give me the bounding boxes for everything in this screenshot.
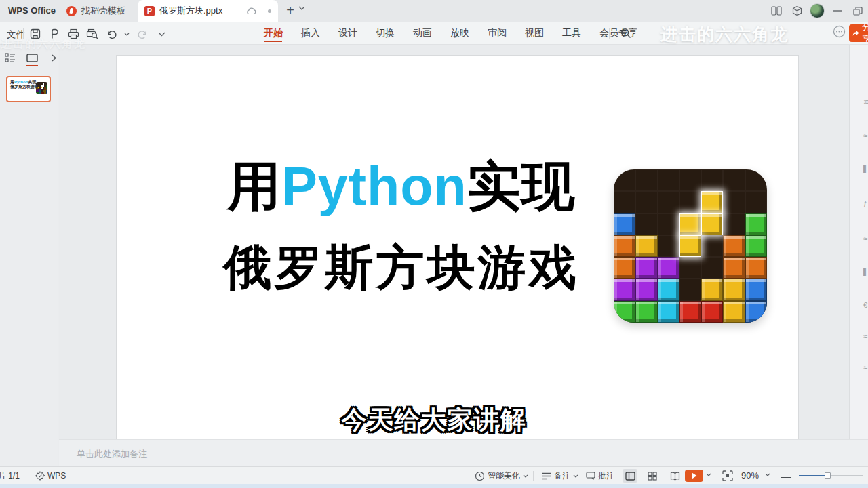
tetris-block (658, 301, 679, 323)
zoom-caret-icon[interactable] (765, 473, 770, 476)
save-button[interactable] (28, 27, 42, 41)
menu-item-review[interactable]: 审阅 (487, 23, 507, 43)
docer-icon (66, 6, 77, 16)
wps-badge-icon (35, 471, 45, 481)
tetris-block (723, 279, 745, 300)
print-button[interactable] (66, 27, 80, 41)
notes-placeholder[interactable]: 单击此处添加备注 (77, 448, 147, 460)
share-button[interactable]: 分享 (849, 24, 868, 42)
tetris-empty-cell (723, 214, 745, 235)
beautify-icon (475, 471, 485, 481)
redo-button-disabled (136, 27, 149, 41)
tab-document-active[interactable]: P 俄罗斯方块.pptx (138, 0, 278, 22)
slideshow-caret-icon[interactable] (706, 473, 711, 476)
search-icon[interactable] (618, 26, 633, 40)
share-label: 分享 (862, 24, 868, 42)
export-pdf-button[interactable] (47, 27, 61, 41)
right-sidebar-icon[interactable]: ≈ (863, 332, 868, 340)
tetris-app-icon[interactable] (614, 169, 767, 323)
right-sidebar-icon[interactable]: ƒ (863, 199, 868, 207)
tetris-block (614, 279, 635, 300)
zoom-slider[interactable] (799, 475, 863, 476)
tetris-block (745, 301, 767, 323)
wps-presentation-window: WPS Office 找稻壳模板 P 俄罗斯方块.pptx + (0, 0, 868, 488)
tetris-block (658, 257, 679, 279)
outline-view-icon[interactable] (4, 52, 16, 64)
zoom-out-button[interactable]: — (780, 469, 792, 483)
fit-to-screen-button[interactable] (721, 469, 734, 483)
tetris-empty-cell (679, 279, 701, 300)
right-sidebar-icon[interactable]: ▌ (863, 268, 868, 276)
title-line2: 俄罗斯方块游戏 (181, 236, 622, 300)
thumb-tetris-icon (36, 82, 47, 94)
view-sorter-button[interactable] (645, 469, 660, 483)
window-controls (766, 0, 868, 22)
menu-item-transition[interactable]: 切换 (375, 23, 395, 43)
tetris-empty-cell (745, 169, 767, 191)
status-slide-counter: 幻灯片 1/1 (0, 467, 20, 485)
minimize-button[interactable] (827, 0, 848, 22)
maximize-restore-button[interactable] (848, 0, 868, 22)
zoom-slider-handle[interactable] (825, 472, 831, 479)
tetris-block (614, 214, 635, 235)
tetris-empty-cell (723, 169, 745, 191)
menu-item-insert[interactable]: 插入 (300, 23, 321, 43)
menu-item-animation[interactable]: 动画 (412, 23, 433, 43)
zoom-level[interactable]: 90% (741, 470, 759, 481)
wps-office-brand[interactable]: WPS Office (8, 5, 56, 16)
user-avatar[interactable] (807, 0, 827, 22)
bottom-edge-strip (0, 484, 868, 488)
title-python: Python (281, 156, 467, 216)
title-suffix: 实现 (467, 156, 576, 216)
notes-bar[interactable]: 单击此处添加备注 (59, 439, 868, 466)
print-preview-button[interactable] (85, 27, 99, 41)
slide-canvas[interactable]: 用Python实现 俄罗斯方块游戏 (117, 56, 798, 439)
tetris-block (723, 301, 745, 323)
video-subtitle-overlay: 今天给大家讲解 (342, 403, 527, 437)
undo-button[interactable] (104, 27, 118, 41)
panel-collapse-icon[interactable] (47, 52, 60, 64)
slide-view-icon[interactable] (26, 52, 38, 64)
slide-thumbnail-1[interactable]: 用Python实现 俄罗斯方块游戏 (6, 76, 51, 102)
divider (533, 471, 534, 481)
tetris-block (614, 301, 635, 323)
right-sidebar-icon[interactable]: € (863, 301, 868, 308)
comments-button[interactable]: 批注 (586, 467, 614, 485)
right-sidebar-icon[interactable]: ≈ (863, 363, 868, 371)
tetris-block (745, 214, 767, 235)
menu-item-view[interactable]: 视图 (524, 23, 545, 43)
menu-item-tools[interactable]: 工具 (561, 23, 582, 43)
feedback-bubble-icon[interactable] (833, 25, 846, 38)
status-wps[interactable]: WPS (35, 467, 66, 485)
file-menu-button[interactable]: 文件 (4, 27, 28, 42)
new-tab-button[interactable]: + (282, 3, 298, 19)
right-sidebar-icon[interactable]: ≋ (863, 98, 868, 105)
view-switcher (623, 467, 682, 485)
split-screen-icon[interactable] (766, 0, 787, 22)
tab-docer-templates[interactable]: 找稻壳模板 (60, 0, 132, 22)
beautify-button[interactable]: 智能美化 (475, 467, 528, 485)
tetris-block (635, 279, 657, 300)
right-sidebar-icon[interactable]: ≈ (863, 235, 868, 242)
right-sidebar-icon[interactable]: ▌ (863, 165, 868, 173)
tab-list-caret-icon[interactable] (298, 6, 305, 10)
tetris-block (679, 214, 701, 235)
view-reading-button[interactable] (667, 469, 682, 483)
tetris-empty-cell (614, 191, 635, 213)
menu-item-slideshow[interactable]: 放映 (450, 23, 470, 43)
right-sidebar-icon[interactable]: ≈ (863, 131, 868, 139)
menu-item-home[interactable]: 开始 (263, 23, 283, 43)
menu-item-design[interactable]: 设计 (338, 23, 358, 43)
tetris-block (635, 257, 657, 279)
undo-caret-icon[interactable] (123, 27, 130, 41)
share-arrow-icon (852, 29, 859, 37)
tetris-empty-cell (679, 169, 701, 191)
cube-apps-icon[interactable] (787, 0, 807, 22)
toolbar-more-caret-icon[interactable] (155, 27, 168, 41)
status-bar: 幻灯片 1/1 WPS 智能美化 备注 批注 (0, 466, 868, 484)
notes-toggle-button[interactable]: 备注 (542, 467, 578, 485)
slide-title[interactable]: 用Python实现 俄罗斯方块游戏 (181, 157, 622, 300)
right-sidebar-clipped[interactable]: ≋ ≈ ▌ ƒ ≈ ▌ € ≈ ≈ (849, 45, 868, 439)
slideshow-play-button[interactable] (685, 470, 703, 482)
view-normal-button[interactable] (623, 469, 637, 483)
